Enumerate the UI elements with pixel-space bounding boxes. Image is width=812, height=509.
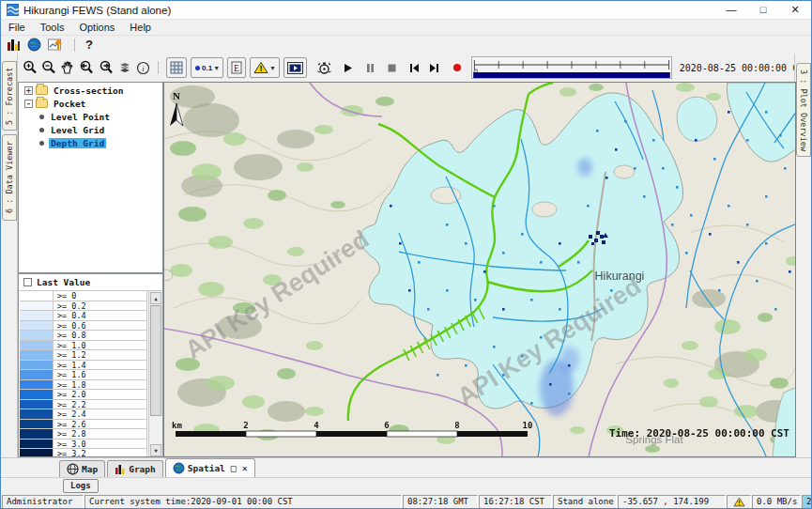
svg-text:2: 2	[243, 421, 248, 430]
tree-item-pocket[interactable]: - Pocket	[19, 98, 162, 109]
dropdown-caret-icon: ▼	[269, 65, 276, 71]
timeseries-dialog-button[interactable]	[48, 38, 64, 52]
value-labels-button[interactable]: 0.1▼	[191, 57, 223, 78]
thresholds-button[interactable]: !▼	[250, 57, 280, 78]
status-local-time: 16:27:18 CST	[479, 495, 552, 509]
spatial-display-button[interactable]	[27, 38, 41, 52]
tab-spatial[interactable]: Spatial □ ✕	[165, 458, 255, 477]
left-tab-strip: 5 : Forecast 6 : Data Viewer	[1, 54, 18, 457]
warning-icon: !	[733, 497, 745, 507]
legend-label: >= 3.0	[54, 440, 147, 449]
tree-item-level-grid[interactable]: Level Grid	[19, 124, 162, 135]
animation-dialog-button[interactable]	[283, 57, 307, 78]
legend-label: >= 2.8	[54, 429, 147, 439]
tab-map[interactable]: Map	[59, 460, 105, 477]
legend-label: >= 1.8	[54, 380, 147, 390]
help-button[interactable]: ?	[85, 38, 93, 52]
legend-label: >= 1.2	[54, 350, 147, 360]
animation-settings-icon[interactable]	[316, 60, 332, 76]
collapse-toggle-icon[interactable]: -	[24, 100, 33, 108]
tab-forecast[interactable]: 5 : Forecast	[2, 61, 17, 131]
pan-icon[interactable]	[60, 60, 74, 75]
menu-file[interactable]: File	[1, 21, 33, 34]
logs-row: Logs	[1, 477, 811, 494]
layers-icon[interactable]	[117, 61, 132, 74]
last-value-checkbox[interactable]	[23, 278, 32, 286]
expand-toggle-icon[interactable]: +	[24, 86, 33, 95]
legend-row: >= 1.4	[20, 361, 147, 371]
app-logo-icon	[7, 4, 19, 16]
map-viewport[interactable]: API Key Required API Key Required Hikura…	[163, 82, 796, 457]
svg-text:!: !	[737, 499, 741, 507]
status-gmt-time: 08:27:18 GMT	[403, 495, 478, 509]
legend-swatch	[20, 311, 54, 320]
zoom-in-icon[interactable]	[23, 60, 38, 75]
logs-button[interactable]: Logs	[63, 479, 99, 493]
legend-label: >= 0.6	[54, 321, 147, 331]
menu-bar: File Tools Options Help	[1, 20, 811, 36]
status-system-time: Current system time:2020-09-01 00:00 CST	[84, 495, 402, 509]
legend-row: >= 0.4	[20, 311, 147, 321]
bottom-tab-bar: Map Graph Spatial □ ✕	[1, 457, 811, 477]
legend-label: >= 2.0	[54, 390, 147, 399]
tab-graph[interactable]: Graph	[107, 460, 163, 477]
timeline-slider[interactable]	[471, 56, 672, 79]
tree-item-cross-section[interactable]: + Cross-section	[19, 85, 162, 96]
explorer-button[interactable]	[7, 39, 21, 52]
menu-tools[interactable]: Tools	[33, 21, 72, 34]
svg-text:km: km	[172, 421, 182, 430]
globe-wire-icon	[67, 463, 79, 475]
zoom-next-icon[interactable]	[98, 60, 114, 75]
legend-table: >= 0>= 0.2>= 0.4>= 0.6>= 0.8>= 1.0>= 1.2…	[20, 291, 147, 457]
toolbar-separator	[158, 61, 159, 74]
legend-panel: Last Value >= 0>= 0.2>= 0.4>= 0.6>= 0.8>…	[18, 273, 163, 457]
record-button[interactable]	[452, 63, 462, 72]
globe-icon	[173, 462, 185, 474]
scroll-down-icon[interactable]: ▼	[150, 444, 161, 456]
zoom-previous-icon[interactable]	[78, 60, 94, 75]
legend-label: >= 2.2	[54, 400, 147, 409]
application-window: Hikurangi FEWS (Stand alone) — □ ✕ File …	[0, 0, 812, 509]
legend-row: >= 3.0	[20, 440, 147, 450]
information-icon[interactable]: i	[136, 61, 150, 75]
last-timestep-button[interactable]	[429, 63, 439, 73]
menu-options[interactable]: Options	[71, 21, 122, 34]
legend-swatch	[20, 321, 54, 331]
tab-plot-overview[interactable]: 3 : Plot Overview	[796, 63, 811, 157]
status-mode: Stand alone	[553, 495, 617, 509]
pause-button[interactable]	[366, 63, 375, 73]
bar-chart-icon	[115, 464, 126, 475]
tree-item-depth-grid[interactable]: Depth Grid	[19, 137, 162, 148]
minimize-button[interactable]: —	[715, 1, 747, 19]
legend-swatch	[20, 361, 54, 370]
legend-swatch	[20, 409, 54, 419]
legend-row: >= 1.2	[20, 350, 147, 361]
status-warning-cell[interactable]: !	[727, 495, 751, 509]
maximize-button[interactable]: □	[747, 1, 779, 19]
legend-label: >= 2.6	[54, 420, 147, 429]
panel-close-button[interactable]: ✕	[242, 463, 248, 473]
grid-display-button[interactable]	[166, 57, 187, 78]
town-label: Hikurangi	[595, 270, 645, 283]
timeline-datetime: 2020-08-25 00:00:00 CST	[676, 63, 812, 73]
filter-tree-panel: + Cross-section - Pocket Level Point Lev…	[18, 82, 163, 273]
first-timestep-button[interactable]	[409, 63, 420, 73]
tab-data-viewer[interactable]: 6 : Data Viewer	[2, 134, 17, 221]
legend-swatch	[20, 390, 54, 399]
scroll-up-icon[interactable]: ▲	[150, 292, 161, 304]
legend-scrollbar[interactable]: ▲ ▼	[148, 291, 162, 457]
zoom-out-icon[interactable]	[41, 60, 56, 75]
folder-icon	[36, 85, 48, 95]
scrollbar-thumb[interactable]	[150, 305, 161, 416]
stop-button[interactable]	[388, 64, 396, 72]
legend-row: >= 0.2	[20, 301, 147, 312]
right-tab-strip: 3 : Plot Overview	[794, 54, 811, 457]
legend-row: >= 0	[20, 291, 147, 301]
menu-help[interactable]: Help	[122, 21, 159, 34]
panel-maximize-button[interactable]: □	[231, 463, 237, 473]
play-button[interactable]	[344, 63, 353, 73]
close-button[interactable]: ✕	[779, 1, 811, 19]
tree-item-level-point[interactable]: Level Point	[19, 111, 162, 122]
classification-button[interactable]: E	[227, 57, 246, 78]
legend-swatch	[20, 440, 54, 449]
